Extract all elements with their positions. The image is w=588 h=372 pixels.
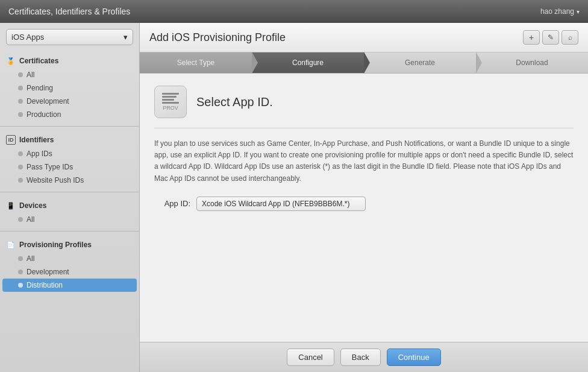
- platform-dropdown[interactable]: iOS Apps Mac Apps tvOS Apps ▾: [6, 29, 133, 45]
- dot-icon: [18, 217, 23, 222]
- section-main-title: Select App ID.: [196, 95, 273, 109]
- content-title: Add iOS Provisioning Profile: [149, 31, 286, 44]
- identifiers-label: Identifiers: [19, 136, 54, 144]
- main-content: PROV Select App ID. If you plan to use s…: [140, 74, 588, 342]
- identifiers-icon: ID: [6, 135, 16, 145]
- dot-icon: [18, 112, 23, 117]
- dot-icon: [18, 99, 23, 104]
- certificates-icon: 🏅: [6, 56, 16, 66]
- prov-line-4: [162, 102, 179, 104]
- dropdown-chevron: ▾: [124, 33, 128, 42]
- certificates-label: Certificates: [19, 57, 58, 65]
- certificates-header: 🏅 Certificates: [0, 52, 139, 68]
- sidebar-item-pp-distribution[interactable]: Distribution: [2, 279, 137, 292]
- label: Pending: [27, 84, 53, 92]
- edit-icon: ✎: [548, 33, 554, 42]
- label: All: [27, 71, 34, 79]
- label: Development: [27, 97, 69, 106]
- description-text: If you plan to use services such as Game…: [154, 138, 574, 184]
- header-buttons: + ✎ ⌕: [523, 30, 578, 45]
- content-area: Add iOS Provisioning Profile + ✎ ⌕ Selec…: [140, 23, 588, 372]
- pp-header: 📄 Provisioning Profiles: [0, 236, 139, 252]
- label: Pass Type IDs: [27, 163, 73, 171]
- divider-1: [0, 126, 139, 127]
- content-header: Add iOS Provisioning Profile + ✎ ⌕: [140, 23, 588, 52]
- sidebar-item-pp-all[interactable]: All: [0, 252, 139, 265]
- app-id-row: App ID: Xcode iOS Wildcard App ID (NFEB9…: [154, 197, 574, 211]
- label: App IDs: [27, 150, 52, 158]
- sidebar-item-certs-pending[interactable]: Pending: [0, 81, 139, 95]
- sidebar-item-devices-all[interactable]: All: [0, 213, 139, 226]
- section-identifiers: ID Identifiers App IDs Pass Type IDs Web…: [0, 129, 139, 189]
- step-label: Configure: [292, 58, 324, 67]
- identifiers-header: ID Identifiers: [0, 131, 139, 147]
- devices-label: Devices: [19, 201, 46, 210]
- dot-icon: [18, 151, 23, 156]
- dot-icon: [18, 283, 23, 288]
- app-id-select[interactable]: Xcode iOS Wildcard App ID (NFEB9BBB6M.*): [196, 197, 366, 211]
- edit-button[interactable]: ✎: [542, 30, 559, 45]
- section-header-row: PROV Select App ID.: [154, 86, 574, 128]
- divider-2: [0, 192, 139, 192]
- plus-icon: +: [529, 33, 534, 42]
- user-chevron: ▾: [577, 8, 580, 15]
- sidebar: iOS Apps Mac Apps tvOS Apps ▾ 🏅 Certific…: [0, 23, 140, 372]
- section-provisioning-profiles: 📄 Provisioning Profiles All Development …: [0, 234, 139, 294]
- divider-3: [0, 231, 139, 232]
- label: Distribution: [27, 281, 63, 289]
- user-name: hao zhang: [540, 7, 574, 16]
- sidebar-item-certs-development[interactable]: Development: [0, 95, 139, 108]
- app-id-label: App ID:: [154, 199, 190, 208]
- dot-icon: [18, 256, 23, 261]
- user-menu[interactable]: hao zhang ▾: [540, 7, 580, 16]
- section-devices: 📱 Devices All: [0, 195, 139, 229]
- top-bar: Certificates, Identifiers & Profiles hao…: [0, 0, 588, 23]
- dot-icon: [18, 165, 23, 169]
- back-button[interactable]: Back: [340, 348, 381, 366]
- pp-label: Provisioning Profiles: [19, 241, 92, 249]
- platform-select[interactable]: iOS Apps Mac Apps tvOS Apps: [11, 33, 124, 42]
- label: Website Push IDs: [27, 176, 84, 184]
- dot-icon: [18, 86, 23, 90]
- dot-icon: [18, 270, 23, 274]
- step-bar: Select Type Configure Generate Download: [140, 52, 588, 74]
- devices-icon: 📱: [6, 201, 16, 210]
- prov-line-1: [162, 93, 179, 95]
- app-title: Certificates, Identifiers & Profiles: [8, 7, 130, 16]
- prov-icon: PROV: [154, 86, 187, 118]
- label: All: [27, 215, 34, 224]
- sidebar-item-pp-development[interactable]: Development: [0, 265, 139, 279]
- label: Development: [27, 268, 69, 276]
- dot-icon: [18, 72, 23, 77]
- footer: Cancel Back Continue: [140, 342, 588, 372]
- section-certificates: 🏅 Certificates All Pending Development P…: [0, 50, 139, 124]
- label: Production: [27, 110, 61, 119]
- step-configure[interactable]: Configure: [252, 52, 364, 73]
- sidebar-item-certs-production[interactable]: Production: [0, 108, 139, 121]
- step-download[interactable]: Download: [476, 52, 588, 73]
- step-generate[interactable]: Generate: [364, 52, 476, 73]
- pp-icon: 📄: [6, 240, 16, 250]
- prov-line-2: [162, 96, 177, 98]
- main-layout: iOS Apps Mac Apps tvOS Apps ▾ 🏅 Certific…: [0, 23, 588, 372]
- step-label: Select Type: [177, 58, 214, 67]
- step-select-type[interactable]: Select Type: [140, 52, 252, 73]
- devices-header: 📱 Devices: [0, 197, 139, 213]
- search-button[interactable]: ⌕: [561, 30, 578, 45]
- prov-lines: [162, 93, 179, 104]
- sidebar-item-app-ids[interactable]: App IDs: [0, 147, 139, 160]
- label: All: [27, 254, 34, 263]
- sidebar-item-website-push-ids[interactable]: Website Push IDs: [0, 174, 139, 187]
- cancel-button[interactable]: Cancel: [287, 348, 334, 366]
- prov-line-3: [162, 99, 174, 101]
- continue-button[interactable]: Continue: [387, 348, 441, 366]
- sidebar-item-pass-type-ids[interactable]: Pass Type IDs: [0, 160, 139, 174]
- dot-icon: [18, 178, 23, 183]
- search-icon: ⌕: [568, 33, 572, 42]
- step-label: Generate: [405, 58, 435, 67]
- prov-label: PROV: [163, 105, 178, 111]
- step-label: Download: [516, 58, 548, 67]
- sidebar-item-certs-all[interactable]: All: [0, 68, 139, 81]
- add-button[interactable]: +: [523, 30, 540, 45]
